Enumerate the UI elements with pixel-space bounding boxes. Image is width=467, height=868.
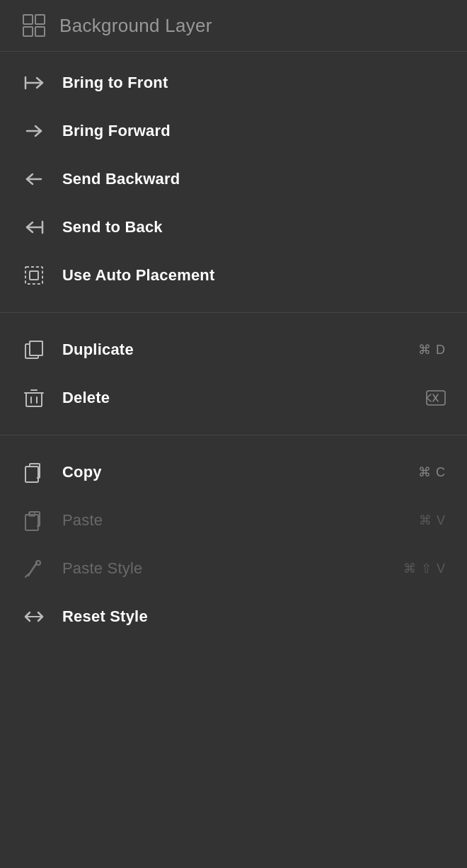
context-menu-header: Background Layer — [0, 0, 467, 52]
copy-item[interactable]: Copy ⌘ C — [0, 448, 467, 496]
send-backward-icon — [21, 166, 47, 192]
copy-icon — [21, 459, 47, 485]
svg-rect-11 — [30, 271, 38, 280]
grid-icon — [21, 13, 47, 38]
bring-to-front-icon — [21, 70, 47, 96]
duplicate-label: Duplicate — [62, 341, 403, 359]
bring-to-front-item[interactable]: Bring to Front — [0, 59, 467, 107]
bring-to-front-label: Bring to Front — [62, 74, 430, 92]
paste-style-shortcut: ⌘ ⇧ V — [403, 561, 446, 576]
svg-line-24 — [427, 398, 431, 401]
paste-style-icon — [21, 556, 47, 581]
svg-line-23 — [427, 394, 431, 398]
svg-point-28 — [36, 561, 40, 565]
svg-rect-15 — [26, 393, 42, 406]
send-backward-item[interactable]: Send Backward — [0, 155, 467, 203]
delete-item[interactable]: Delete — [0, 374, 467, 422]
paste-shortcut: ⌘ V — [419, 513, 446, 528]
divider-1 — [0, 312, 467, 313]
arrangement-section: Bring to Front Bring Forward Send Backwa… — [0, 52, 467, 307]
edit-section: Duplicate ⌘ D Delete — [0, 319, 467, 429]
send-to-back-item[interactable]: Send to Back — [0, 203, 467, 251]
svg-rect-1 — [35, 15, 45, 24]
send-to-back-icon — [21, 215, 47, 240]
duplicate-item[interactable]: Duplicate ⌘ D — [0, 326, 467, 374]
bring-forward-icon — [21, 118, 47, 144]
send-to-back-label: Send to Back — [62, 218, 430, 236]
header-title: Background Layer — [59, 15, 212, 37]
use-auto-placement-item[interactable]: Use Auto Placement — [0, 251, 467, 299]
svg-rect-25 — [25, 467, 38, 482]
paste-label: Paste — [62, 511, 403, 530]
delete-icon — [21, 385, 47, 411]
duplicate-icon — [21, 337, 47, 362]
svg-rect-3 — [35, 27, 45, 36]
duplicate-shortcut: ⌘ D — [418, 342, 446, 358]
svg-rect-0 — [23, 15, 33, 24]
paste-item[interactable]: Paste ⌘ V — [0, 496, 467, 544]
delete-shortcut — [426, 390, 446, 406]
delete-label: Delete — [62, 389, 410, 407]
paste-style-label: Paste Style — [62, 559, 388, 578]
send-backward-label: Send Backward — [62, 170, 430, 188]
reset-style-icon — [21, 604, 47, 629]
divider-2 — [0, 435, 467, 435]
svg-rect-10 — [25, 267, 42, 284]
svg-rect-26 — [25, 515, 38, 530]
reset-style-label: Reset Style — [62, 607, 430, 626]
copy-shortcut: ⌘ C — [418, 464, 446, 480]
paste-style-item[interactable]: Paste Style ⌘ ⇧ V — [0, 544, 467, 593]
use-auto-placement-label: Use Auto Placement — [62, 266, 430, 285]
bring-forward-label: Bring Forward — [62, 122, 430, 140]
copy-label: Copy — [62, 463, 403, 481]
paste-icon — [21, 508, 47, 533]
svg-rect-2 — [23, 27, 33, 36]
clipboard-section: Copy ⌘ C Paste ⌘ V Paste Style ⌘ ⇧ V — [0, 441, 467, 648]
bring-forward-item[interactable]: Bring Forward — [0, 107, 467, 155]
reset-style-item[interactable]: Reset Style — [0, 593, 467, 641]
svg-rect-13 — [30, 341, 42, 355]
auto-placement-icon — [21, 263, 47, 288]
